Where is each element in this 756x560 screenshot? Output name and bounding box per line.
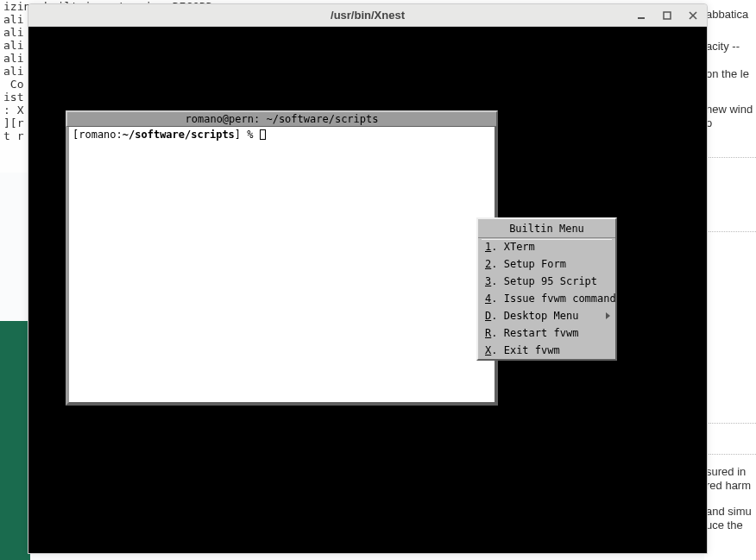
maximize-icon <box>663 11 671 20</box>
bg-right-fragment: red harm <box>706 478 751 494</box>
minimize-button[interactable] <box>631 7 652 24</box>
menu-separator: . <box>491 258 503 270</box>
close-button[interactable] <box>683 7 703 24</box>
background-green-panel <box>0 321 30 560</box>
xnest-window: /usr/bin/Xnest romano@pern: ~/software/s… <box>28 3 708 554</box>
fvwm-menu-item-exit-fvwm[interactable]: X. Exit fvwm <box>478 342 615 359</box>
bg-right-divider <box>704 157 756 158</box>
fvwm-menu-title: Builtin Menu <box>478 219 615 238</box>
bg-right-divider <box>704 423 756 424</box>
close-icon <box>689 11 697 20</box>
fvwm-menu-item-restart-fvwm[interactable]: R. Restart fvwm <box>478 324 615 342</box>
menu-accelerator: 2 <box>485 258 491 270</box>
xnest-root-window[interactable]: romano@pern: ~/software/scripts [romano:… <box>28 27 707 553</box>
bg-right-fragment: acity -- <box>706 39 740 54</box>
menu-accelerator: 1 <box>485 241 491 253</box>
xterm-window: romano@pern: ~/software/scripts [romano:… <box>66 110 498 406</box>
menu-separator: . <box>491 344 503 356</box>
background-right-panel: abbaticaacity --on the lenew windosured … <box>704 0 756 560</box>
bg-right-fragment: abbatica <box>706 7 748 22</box>
fvwm-menu-item-xterm[interactable]: 1. XTerm <box>478 238 615 255</box>
maximize-button[interactable] <box>657 7 677 24</box>
menu-accelerator: 3 <box>485 275 491 287</box>
menu-separator: . <box>491 275 503 287</box>
prompt-suffix: ] % <box>235 129 260 141</box>
fvwm-menu-item-desktop-menu[interactable]: D. Desktop Menu <box>478 307 615 324</box>
bg-right-fragment: on the le <box>706 66 749 82</box>
bg-right-fragment: new wind <box>706 102 753 117</box>
svg-rect-0 <box>638 17 645 19</box>
fvwm-menu-item-issue-fvwm-commands[interactable]: 4. Issue fvwm commands <box>478 290 615 307</box>
menu-accelerator: R <box>485 327 491 339</box>
menu-separator: . <box>491 293 503 305</box>
menu-separator: . <box>491 241 503 253</box>
bg-right-divider <box>704 231 756 232</box>
xterm-terminal-area[interactable]: [romano:~/software/scripts] % <box>66 127 498 406</box>
svg-rect-1 <box>664 12 671 19</box>
bg-right-divider <box>704 454 756 455</box>
menu-separator: . <box>491 310 503 322</box>
menu-item-label: Setup 95 Script <box>504 275 597 287</box>
xterm-title-text: romano@pern: ~/software/scripts <box>186 113 379 125</box>
fvwm-builtin-menu: Builtin Menu 1. XTerm2. Setup Form3. Set… <box>476 217 617 361</box>
menu-item-label: Setup Form <box>504 258 566 270</box>
prompt-path: ~/software/scripts <box>123 129 235 141</box>
prompt-user: [romano: <box>72 129 123 141</box>
menu-item-label: Restart fvwm <box>504 327 579 339</box>
menu-item-label: Desktop Menu <box>504 310 579 322</box>
menu-item-label: Exit fvwm <box>504 344 560 356</box>
menu-item-label: Issue fvwm commands <box>504 293 622 305</box>
bg-right-fragment: uce the <box>706 518 743 533</box>
xnest-title: /usr/bin/Xnest <box>331 9 405 22</box>
menu-accelerator: X <box>485 344 491 356</box>
fvwm-menu-item-setup-form[interactable]: 2. Setup Form <box>478 255 615 273</box>
menu-accelerator: D <box>485 310 491 322</box>
minimize-icon <box>637 11 646 20</box>
menu-accelerator: 4 <box>485 293 491 305</box>
menu-separator: . <box>491 327 503 339</box>
menu-item-label: XTerm <box>504 241 535 253</box>
fvwm-menu-item-setup-95-script[interactable]: 3. Setup 95 Script <box>478 273 615 290</box>
xnest-titlebar[interactable]: /usr/bin/Xnest <box>28 4 707 27</box>
xterm-titlebar[interactable]: romano@pern: ~/software/scripts <box>66 110 498 127</box>
cursor-icon <box>260 129 266 140</box>
submenu-arrow-icon <box>606 312 610 319</box>
window-controls <box>631 4 703 27</box>
